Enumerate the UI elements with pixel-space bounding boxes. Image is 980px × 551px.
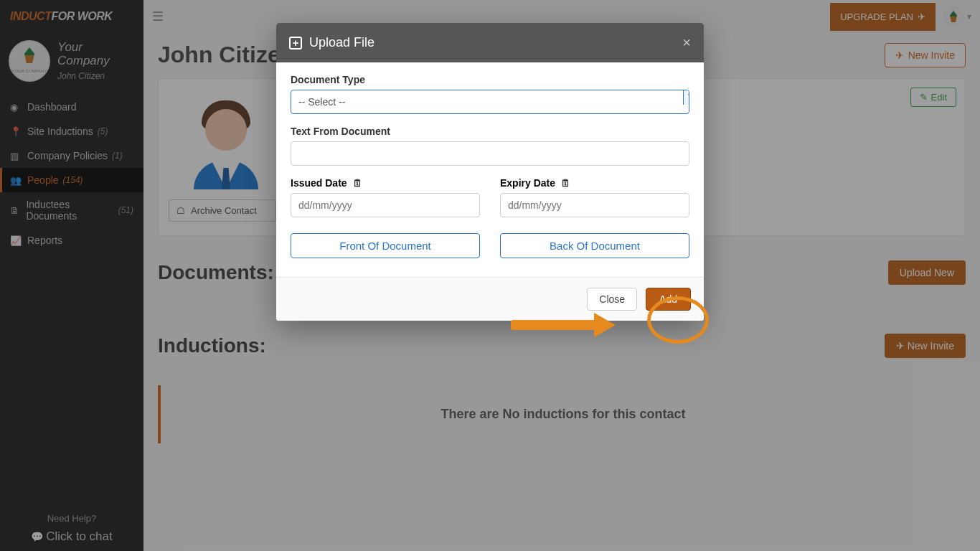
plus-icon: + (289, 37, 302, 50)
upload-file-modal: + Upload File × Document Type -- Select … (276, 23, 704, 321)
modal-body: Document Type -- Select -- ▾ Text From D… (276, 62, 704, 277)
modal-header: + Upload File × (276, 23, 704, 62)
expiry-date-label: Expiry Date (500, 177, 555, 189)
modal-footer: Close Add (276, 277, 704, 321)
document-type-select[interactable]: -- Select -- ▾ (291, 90, 689, 114)
back-of-document-button[interactable]: Back Of Document (500, 233, 689, 258)
close-button[interactable]: Close (587, 288, 637, 311)
calendar-icon: 🗓 (353, 178, 362, 189)
calendar-icon: 🗓 (561, 178, 570, 189)
add-button[interactable]: Add (646, 288, 691, 311)
modal-title: Upload File (309, 35, 374, 50)
issued-date-label: Issued Date (291, 177, 347, 189)
chevron-down-icon: ▾ (683, 90, 689, 105)
issued-date-input[interactable] (291, 193, 480, 217)
text-from-document-input[interactable] (291, 141, 689, 166)
text-from-document-label: Text From Document (291, 126, 689, 137)
close-icon[interactable]: × (682, 34, 691, 51)
front-of-document-button[interactable]: Front Of Document (291, 233, 480, 258)
expiry-date-input[interactable] (500, 193, 689, 217)
document-type-label: Document Type (291, 74, 689, 85)
